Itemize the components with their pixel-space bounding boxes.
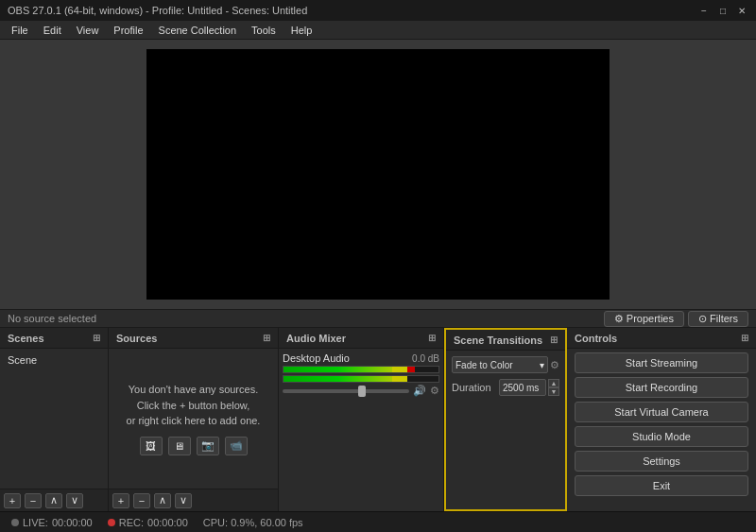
source-bar: No source selected ⚙ Properties ⊙ Filter… xyxy=(0,309,756,328)
panel-scenes: Scenes ⊞ Scene + − ∧ ∨ xyxy=(0,328,109,511)
filters-button[interactable]: ⊙ Filters xyxy=(688,311,748,327)
transition-settings-icon[interactable]: ⚙ xyxy=(550,359,559,371)
preview-canvas xyxy=(146,49,610,300)
duration-spinners: ▲ ▼ xyxy=(548,379,559,396)
audio-mute-icon[interactable]: 🔊 xyxy=(413,385,426,397)
start-recording-button[interactable]: Start Recording xyxy=(575,377,748,398)
rec-status: REC: 00:00:00 xyxy=(108,517,188,528)
scenes-label: Scenes xyxy=(8,333,44,344)
panels: Scenes ⊞ Scene + − ∧ ∨ Sources ⊞ You don… xyxy=(0,328,756,511)
scenes-up-button[interactable]: ∧ xyxy=(45,493,62,508)
transitions-label: Scene Transitions xyxy=(454,335,542,346)
sources-down-button[interactable]: ∨ xyxy=(175,493,192,508)
source-selected-text: No source selected xyxy=(8,313,604,324)
transition-type-select[interactable]: Fade to Color ▾ xyxy=(452,356,548,373)
audio-meter-yellow xyxy=(392,367,407,372)
menu-help[interactable]: Help xyxy=(284,23,320,38)
source-icons-row: 🖼 🖥 📷 📹 xyxy=(140,437,248,455)
audio-track-header: Desktop Audio 0.0 dB xyxy=(283,352,439,364)
source-icon-media[interactable]: 📷 xyxy=(197,437,219,455)
audio-meter-2 xyxy=(283,375,439,383)
scenes-header-icon: ⊞ xyxy=(93,333,100,343)
scenes-add-button[interactable]: + xyxy=(4,493,21,508)
live-time: 00:00:00 xyxy=(52,517,93,528)
audio-label: Audio Mixer xyxy=(286,333,346,344)
minimize-button[interactable]: − xyxy=(697,4,711,17)
sources-header-icon: ⊞ xyxy=(263,333,270,343)
audio-track-name: Desktop Audio xyxy=(283,352,350,364)
audio-meter xyxy=(283,366,439,373)
sources-up-button[interactable]: ∧ xyxy=(154,493,171,508)
rec-label: REC: xyxy=(119,517,144,528)
audio-slider-thumb xyxy=(358,386,366,397)
menu-scene-collection[interactable]: Scene Collection xyxy=(151,23,245,38)
menu-profile[interactable]: Profile xyxy=(106,23,150,38)
audio-track-desktop: Desktop Audio 0.0 dB 🔊 ⚙ xyxy=(283,352,439,397)
menu-edit[interactable]: Edit xyxy=(36,23,69,38)
transition-duration-row: Duration 2500 ms ▲ ▼ xyxy=(452,379,559,396)
sources-panel-header: Sources ⊞ xyxy=(109,328,278,349)
transition-type-arrow: ▾ xyxy=(540,360,544,370)
settings-button[interactable]: Settings xyxy=(575,451,748,472)
scenes-remove-button[interactable]: − xyxy=(25,493,42,508)
duration-label: Duration xyxy=(452,382,499,393)
sources-empty-text: You don't have any sources.Click the + b… xyxy=(127,382,261,429)
live-label: LIVE: xyxy=(23,517,48,528)
audio-meter-yellow-2 xyxy=(392,376,407,382)
source-icon-display[interactable]: 🖥 xyxy=(168,437,191,455)
controls-content: Start Streaming Start Recording Start Vi… xyxy=(567,349,756,511)
close-button[interactable]: ✕ xyxy=(735,4,748,17)
panel-sources: Sources ⊞ You don't have any sources.Cli… xyxy=(109,328,279,511)
audio-slider-row: 🔊 ⚙ xyxy=(283,385,439,397)
audio-content: Desktop Audio 0.0 dB 🔊 ⚙ xyxy=(279,349,443,511)
scenes-content: Scene xyxy=(0,349,108,489)
source-bar-buttons: ⚙ Properties ⊙ Filters xyxy=(604,311,748,327)
sources-add-button[interactable]: + xyxy=(112,493,129,508)
audio-meter-green xyxy=(284,367,392,372)
audio-meter-green-2 xyxy=(284,376,392,382)
title-bar: OBS 27.0.1 (64-bit, windows) - Profile: … xyxy=(0,0,756,21)
rec-dot xyxy=(108,519,115,526)
cpu-text: CPU: 0.9%, 60.00 fps xyxy=(203,517,303,528)
duration-down-button[interactable]: ▼ xyxy=(548,387,559,396)
duration-up-button[interactable]: ▲ xyxy=(548,379,559,387)
audio-volume-slider[interactable] xyxy=(283,389,409,393)
properties-button[interactable]: ⚙ Properties xyxy=(604,311,684,327)
source-icon-image[interactable]: 🖼 xyxy=(140,437,163,455)
transitions-header-icon: ⊞ xyxy=(550,335,558,345)
transition-type-row: Fade to Color ▾ ⚙ xyxy=(452,356,559,373)
panel-transitions: Scene Transitions ⊞ Fade to Color ▾ ⚙ Du… xyxy=(444,328,567,511)
sources-remove-button[interactable]: − xyxy=(133,493,150,508)
audio-meter-red xyxy=(407,367,415,372)
controls-header-icon: ⊞ xyxy=(741,333,748,343)
audio-settings-icon[interactable]: ⚙ xyxy=(430,385,439,397)
duration-value: 2500 ms xyxy=(503,383,539,393)
live-dot xyxy=(11,519,19,526)
duration-input[interactable]: 2500 ms xyxy=(499,379,546,396)
source-icon-camera[interactable]: 📹 xyxy=(225,437,248,455)
scene-item[interactable]: Scene xyxy=(4,352,104,368)
sources-content: You don't have any sources.Click the + b… xyxy=(109,349,278,489)
panel-controls: Controls ⊞ Start Streaming Start Recordi… xyxy=(567,328,756,511)
transitions-panel-header: Scene Transitions ⊞ xyxy=(446,330,565,351)
scenes-down-button[interactable]: ∨ xyxy=(66,493,83,508)
audio-header-icon: ⊞ xyxy=(428,333,436,343)
menu-file[interactable]: File xyxy=(4,23,36,38)
menu-bar: File Edit View Profile Scene Collection … xyxy=(0,21,756,40)
status-bar: LIVE: 00:00:00 REC: 00:00:00 CPU: 0.9%, … xyxy=(0,511,756,532)
exit-button[interactable]: Exit xyxy=(575,475,748,496)
audio-panel-header: Audio Mixer ⊞ xyxy=(279,328,443,349)
controls-label: Controls xyxy=(575,333,617,344)
transition-type-value: Fade to Color xyxy=(455,360,513,370)
studio-mode-button[interactable]: Studio Mode xyxy=(575,426,748,447)
rec-time: 00:00:00 xyxy=(147,517,188,528)
controls-panel-header: Controls ⊞ xyxy=(567,328,756,349)
start-virtual-camera-button[interactable]: Start Virtual Camera xyxy=(575,402,748,422)
transitions-content: Fade to Color ▾ ⚙ Duration 2500 ms ▲ ▼ xyxy=(446,351,565,509)
live-status: LIVE: 00:00:00 xyxy=(11,517,93,528)
menu-view[interactable]: View xyxy=(69,23,107,38)
start-streaming-button[interactable]: Start Streaming xyxy=(575,352,748,373)
preview-area xyxy=(0,40,756,309)
maximize-button[interactable]: □ xyxy=(716,4,730,17)
menu-tools[interactable]: Tools xyxy=(244,23,284,38)
